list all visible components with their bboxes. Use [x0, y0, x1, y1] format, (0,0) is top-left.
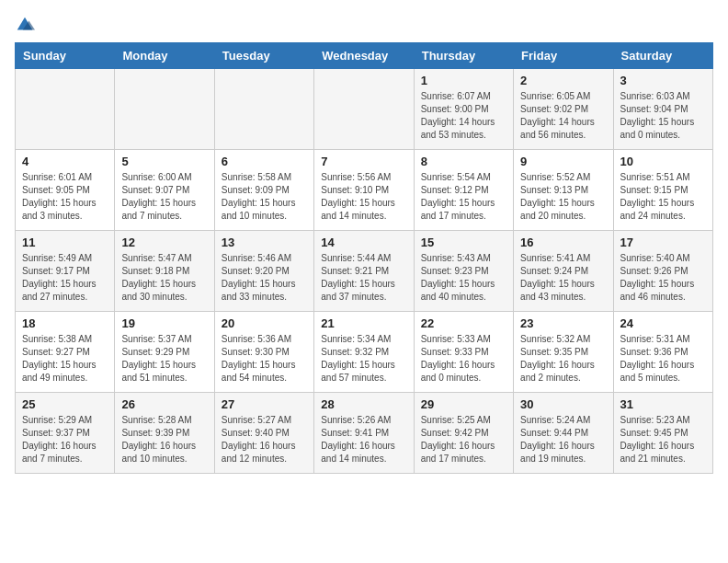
calendar-cell: 18Sunrise: 5:38 AM Sunset: 9:27 PM Dayli… [16, 312, 115, 393]
day-number: 13 [222, 236, 307, 249]
calendar-cell [16, 69, 115, 150]
day-number: 15 [421, 236, 506, 249]
col-header-tuesday: Tuesday [214, 43, 313, 69]
day-number: 26 [121, 397, 207, 411]
calendar-cell: 21Sunrise: 5:34 AM Sunset: 9:32 PM Dayli… [314, 312, 414, 393]
cell-content: Sunrise: 5:47 AM Sunset: 9:18 PM Dayligh… [121, 252, 207, 304]
day-number: 18 [22, 316, 108, 330]
calendar-cell: 17Sunrise: 5:40 AM Sunset: 9:26 PM Dayli… [613, 231, 712, 312]
day-number: 11 [22, 236, 108, 249]
logo-icon [15, 15, 35, 35]
calendar-cell: 13Sunrise: 5:46 AM Sunset: 9:20 PM Dayli… [214, 231, 313, 312]
calendar-cell: 15Sunrise: 5:43 AM Sunset: 9:23 PM Dayli… [414, 231, 513, 312]
day-number: 27 [222, 397, 307, 411]
cell-content: Sunrise: 5:52 AM Sunset: 9:13 PM Dayligh… [520, 171, 606, 223]
calendar-cell: 19Sunrise: 5:37 AM Sunset: 9:29 PM Dayli… [115, 312, 214, 393]
day-number: 14 [321, 236, 406, 249]
day-number: 19 [121, 316, 207, 330]
cell-content: Sunrise: 5:28 AM Sunset: 9:39 PM Dayligh… [121, 414, 207, 465]
calendar-cell: 7Sunrise: 5:56 AM Sunset: 9:10 PM Daylig… [314, 150, 414, 231]
cell-content: Sunrise: 5:44 AM Sunset: 9:21 PM Dayligh… [321, 252, 406, 304]
cell-content: Sunrise: 6:01 AM Sunset: 9:05 PM Dayligh… [22, 171, 108, 223]
calendar-cell: 4Sunrise: 6:01 AM Sunset: 9:05 PM Daylig… [16, 150, 115, 231]
calendar-cell [314, 69, 414, 150]
calendar-cell: 8Sunrise: 5:54 AM Sunset: 9:12 PM Daylig… [414, 150, 513, 231]
cell-content: Sunrise: 5:58 AM Sunset: 9:09 PM Dayligh… [222, 171, 307, 223]
cell-content: Sunrise: 5:29 AM Sunset: 9:37 PM Dayligh… [22, 414, 108, 465]
cell-content: Sunrise: 5:26 AM Sunset: 9:41 PM Dayligh… [321, 414, 406, 465]
calendar-cell [214, 69, 313, 150]
day-number: 24 [620, 316, 706, 330]
day-number: 21 [321, 316, 406, 330]
day-number: 28 [321, 397, 406, 411]
calendar-cell: 10Sunrise: 5:51 AM Sunset: 9:15 PM Dayli… [613, 150, 712, 231]
day-number: 7 [321, 155, 406, 168]
day-number: 6 [222, 155, 307, 168]
page-header [15, 15, 713, 35]
col-header-friday: Friday [514, 43, 613, 69]
calendar-cell: 23Sunrise: 5:32 AM Sunset: 9:35 PM Dayli… [514, 312, 613, 393]
cell-content: Sunrise: 5:51 AM Sunset: 9:15 PM Dayligh… [620, 171, 706, 223]
day-number: 16 [520, 236, 606, 249]
cell-content: Sunrise: 5:41 AM Sunset: 9:24 PM Dayligh… [520, 252, 606, 304]
cell-content: Sunrise: 5:38 AM Sunset: 9:27 PM Dayligh… [22, 333, 108, 385]
calendar-cell: 16Sunrise: 5:41 AM Sunset: 9:24 PM Dayli… [514, 231, 613, 312]
cell-content: Sunrise: 6:05 AM Sunset: 9:02 PM Dayligh… [520, 90, 606, 142]
col-header-monday: Monday [115, 43, 214, 69]
week-row-5: 25Sunrise: 5:29 AM Sunset: 9:37 PM Dayli… [16, 393, 713, 474]
day-number: 17 [620, 236, 706, 249]
cell-content: Sunrise: 5:24 AM Sunset: 9:44 PM Dayligh… [520, 414, 606, 465]
calendar-cell: 5Sunrise: 6:00 AM Sunset: 9:07 PM Daylig… [115, 150, 214, 231]
calendar-cell: 22Sunrise: 5:33 AM Sunset: 9:33 PM Dayli… [414, 312, 513, 393]
cell-content: Sunrise: 5:56 AM Sunset: 9:10 PM Dayligh… [321, 171, 406, 223]
day-number: 1 [421, 74, 506, 87]
day-number: 10 [620, 155, 706, 168]
cell-content: Sunrise: 6:00 AM Sunset: 9:07 PM Dayligh… [121, 171, 207, 223]
calendar-cell: 27Sunrise: 5:27 AM Sunset: 9:40 PM Dayli… [214, 393, 313, 474]
cell-content: Sunrise: 5:36 AM Sunset: 9:30 PM Dayligh… [222, 333, 307, 385]
day-number: 30 [520, 397, 606, 411]
week-row-1: 1Sunrise: 6:07 AM Sunset: 9:00 PM Daylig… [16, 69, 713, 150]
calendar-cell: 25Sunrise: 5:29 AM Sunset: 9:37 PM Dayli… [16, 393, 115, 474]
cell-content: Sunrise: 5:27 AM Sunset: 9:40 PM Dayligh… [222, 414, 307, 465]
day-number: 8 [421, 155, 506, 168]
cell-content: Sunrise: 5:46 AM Sunset: 9:20 PM Dayligh… [222, 252, 307, 304]
cell-content: Sunrise: 5:23 AM Sunset: 9:45 PM Dayligh… [620, 414, 706, 465]
cell-content: Sunrise: 5:37 AM Sunset: 9:29 PM Dayligh… [121, 333, 207, 385]
week-row-3: 11Sunrise: 5:49 AM Sunset: 9:17 PM Dayli… [16, 231, 713, 312]
cell-content: Sunrise: 5:43 AM Sunset: 9:23 PM Dayligh… [421, 252, 506, 304]
calendar-cell: 1Sunrise: 6:07 AM Sunset: 9:00 PM Daylig… [414, 69, 513, 150]
calendar-cell: 24Sunrise: 5:31 AM Sunset: 9:36 PM Dayli… [613, 312, 712, 393]
col-header-wednesday: Wednesday [314, 43, 414, 69]
day-number: 29 [421, 397, 506, 411]
col-header-sunday: Sunday [16, 43, 115, 69]
day-number: 20 [222, 316, 307, 330]
cell-content: Sunrise: 5:32 AM Sunset: 9:35 PM Dayligh… [520, 333, 606, 385]
calendar-cell: 20Sunrise: 5:36 AM Sunset: 9:30 PM Dayli… [214, 312, 313, 393]
cell-content: Sunrise: 5:40 AM Sunset: 9:26 PM Dayligh… [620, 252, 706, 304]
week-row-2: 4Sunrise: 6:01 AM Sunset: 9:05 PM Daylig… [16, 150, 713, 231]
cell-content: Sunrise: 5:25 AM Sunset: 9:42 PM Dayligh… [421, 414, 506, 465]
calendar-cell: 12Sunrise: 5:47 AM Sunset: 9:18 PM Dayli… [115, 231, 214, 312]
day-number: 23 [520, 316, 606, 330]
day-number: 22 [421, 316, 506, 330]
day-number: 12 [121, 236, 207, 249]
calendar-table: SundayMondayTuesdayWednesdayThursdayFrid… [15, 42, 713, 474]
calendar-cell: 9Sunrise: 5:52 AM Sunset: 9:13 PM Daylig… [514, 150, 613, 231]
day-number: 4 [22, 155, 108, 168]
day-number: 31 [620, 397, 706, 411]
cell-content: Sunrise: 5:54 AM Sunset: 9:12 PM Dayligh… [421, 171, 506, 223]
day-number: 2 [520, 74, 606, 87]
col-header-thursday: Thursday [414, 43, 513, 69]
calendar-cell: 29Sunrise: 5:25 AM Sunset: 9:42 PM Dayli… [414, 393, 513, 474]
col-header-saturday: Saturday [613, 43, 712, 69]
calendar-cell: 28Sunrise: 5:26 AM Sunset: 9:41 PM Dayli… [314, 393, 414, 474]
calendar-cell: 2Sunrise: 6:05 AM Sunset: 9:02 PM Daylig… [514, 69, 613, 150]
cell-content: Sunrise: 5:49 AM Sunset: 9:17 PM Dayligh… [22, 252, 108, 304]
calendar-cell: 30Sunrise: 5:24 AM Sunset: 9:44 PM Dayli… [514, 393, 613, 474]
cell-content: Sunrise: 5:33 AM Sunset: 9:33 PM Dayligh… [421, 333, 506, 385]
cell-content: Sunrise: 5:31 AM Sunset: 9:36 PM Dayligh… [620, 333, 706, 385]
logo [15, 15, 39, 35]
cell-content: Sunrise: 6:03 AM Sunset: 9:04 PM Dayligh… [620, 90, 706, 142]
calendar-cell: 26Sunrise: 5:28 AM Sunset: 9:39 PM Dayli… [115, 393, 214, 474]
